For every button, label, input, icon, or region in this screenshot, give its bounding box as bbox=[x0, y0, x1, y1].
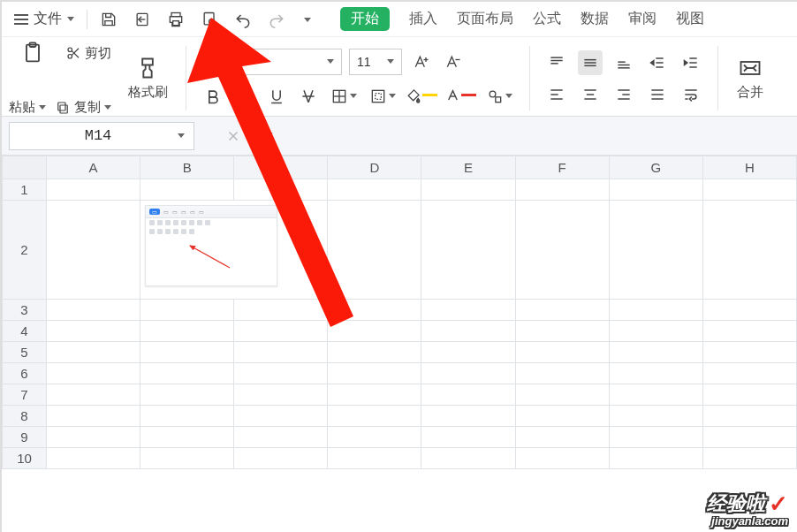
italic-button[interactable] bbox=[232, 84, 257, 109]
cell[interactable] bbox=[421, 342, 515, 363]
tab-view[interactable]: 视图 bbox=[676, 10, 704, 28]
tab-review[interactable]: 审阅 bbox=[628, 10, 657, 28]
cell[interactable] bbox=[234, 342, 328, 363]
embedded-image-thumbnail[interactable]: ▭▭▭▭▭▭ bbox=[145, 205, 277, 286]
align-bottom-button[interactable] bbox=[611, 50, 636, 75]
cell[interactable] bbox=[47, 300, 140, 321]
col-header[interactable]: C bbox=[234, 156, 328, 179]
cell[interactable] bbox=[47, 363, 140, 384]
col-header[interactable]: D bbox=[328, 156, 421, 179]
justify-button[interactable] bbox=[645, 82, 670, 107]
cell[interactable] bbox=[702, 342, 796, 363]
cell[interactable] bbox=[609, 427, 702, 448]
cell[interactable] bbox=[702, 363, 796, 384]
col-header[interactable]: H bbox=[702, 156, 796, 179]
cell[interactable] bbox=[328, 427, 421, 448]
cell[interactable] bbox=[47, 179, 140, 201]
align-center-button[interactable] bbox=[578, 82, 603, 107]
cell[interactable] bbox=[421, 406, 515, 427]
cell[interactable] bbox=[421, 179, 515, 201]
row-header[interactable]: 10 bbox=[3, 448, 47, 469]
cell[interactable] bbox=[328, 179, 421, 201]
strikethrough-button[interactable] bbox=[296, 84, 321, 109]
cell[interactable] bbox=[421, 321, 515, 342]
cell[interactable] bbox=[328, 384, 421, 406]
cell[interactable] bbox=[609, 448, 702, 469]
merge-button[interactable] bbox=[732, 56, 768, 80]
cell[interactable] bbox=[47, 384, 140, 406]
cell[interactable] bbox=[140, 427, 234, 448]
align-right-button[interactable] bbox=[611, 82, 636, 107]
cell[interactable] bbox=[234, 179, 328, 201]
cell[interactable] bbox=[702, 201, 796, 300]
col-header[interactable]: E bbox=[421, 156, 515, 179]
cell[interactable] bbox=[47, 201, 140, 300]
row-header[interactable]: 9 bbox=[3, 427, 47, 448]
cell[interactable] bbox=[609, 406, 702, 427]
tab-formula[interactable]: 公式 bbox=[533, 10, 561, 28]
cell[interactable] bbox=[328, 201, 421, 300]
cell[interactable] bbox=[328, 300, 421, 321]
select-all-corner[interactable] bbox=[3, 156, 47, 179]
cell[interactable]: ▭▭▭▭▭▭ bbox=[140, 201, 328, 300]
row-header[interactable]: 7 bbox=[3, 384, 47, 406]
row-header[interactable]: 3 bbox=[3, 300, 47, 321]
row-header[interactable]: 5 bbox=[3, 342, 47, 363]
decrease-font-button[interactable] bbox=[441, 49, 466, 74]
cell[interactable] bbox=[234, 321, 328, 342]
row-header[interactable]: 2 bbox=[3, 201, 47, 300]
row-header[interactable]: 8 bbox=[3, 406, 47, 427]
cell[interactable] bbox=[140, 363, 234, 384]
row-header[interactable]: 1 bbox=[3, 179, 47, 201]
cell[interactable] bbox=[702, 427, 796, 448]
cell[interactable] bbox=[140, 384, 234, 406]
cell[interactable] bbox=[140, 448, 234, 469]
row-header[interactable]: 4 bbox=[3, 321, 47, 342]
tab-data[interactable]: 数据 bbox=[581, 10, 609, 28]
cell[interactable] bbox=[515, 342, 609, 363]
cell[interactable] bbox=[515, 179, 609, 201]
cell[interactable] bbox=[421, 300, 515, 321]
print-button[interactable] bbox=[163, 7, 188, 32]
qa-customize-button[interactable] bbox=[298, 7, 317, 32]
font-size-combo[interactable]: 11 bbox=[349, 49, 402, 75]
cell[interactable] bbox=[609, 363, 702, 384]
cell[interactable] bbox=[515, 300, 609, 321]
cell[interactable] bbox=[609, 384, 702, 406]
spreadsheet-grid[interactable]: A B C D E F G H 1 2 ▭▭▭▭▭▭ bbox=[2, 156, 797, 532]
col-header[interactable]: G bbox=[609, 156, 702, 179]
cell[interactable] bbox=[609, 342, 702, 363]
cell[interactable] bbox=[328, 448, 421, 469]
cell[interactable] bbox=[515, 384, 609, 406]
number-format-button[interactable] bbox=[483, 84, 515, 109]
align-left-button[interactable] bbox=[544, 82, 569, 107]
tab-start[interactable]: 开始 bbox=[340, 7, 390, 31]
cell[interactable] bbox=[328, 363, 421, 384]
decrease-indent-button[interactable] bbox=[645, 50, 670, 75]
cell[interactable] bbox=[234, 300, 328, 321]
cell[interactable] bbox=[140, 300, 234, 321]
col-header[interactable]: B bbox=[140, 156, 234, 179]
cell[interactable] bbox=[47, 321, 140, 342]
cell[interactable] bbox=[609, 300, 702, 321]
cell[interactable] bbox=[421, 363, 515, 384]
bold-button[interactable] bbox=[201, 84, 225, 109]
cell[interactable] bbox=[515, 406, 609, 427]
cell[interactable] bbox=[702, 448, 796, 469]
row-header[interactable]: 6 bbox=[3, 363, 47, 384]
col-header[interactable]: F bbox=[515, 156, 609, 179]
col-header[interactable]: A bbox=[47, 156, 140, 179]
cell[interactable] bbox=[328, 406, 421, 427]
cell[interactable] bbox=[421, 448, 515, 469]
cell[interactable] bbox=[609, 179, 702, 201]
font-color-button[interactable] bbox=[444, 84, 476, 109]
increase-font-button[interactable] bbox=[409, 49, 434, 74]
cell[interactable] bbox=[702, 179, 796, 201]
cell[interactable] bbox=[328, 342, 421, 363]
cell[interactable] bbox=[515, 201, 609, 300]
underline-button[interactable] bbox=[264, 84, 289, 109]
cell[interactable] bbox=[421, 201, 515, 300]
format-painter-button[interactable]: 格式刷 bbox=[124, 56, 171, 101]
font-name-combo[interactable]: 宋体 bbox=[201, 49, 342, 75]
cell-style-button[interactable] bbox=[367, 84, 398, 109]
